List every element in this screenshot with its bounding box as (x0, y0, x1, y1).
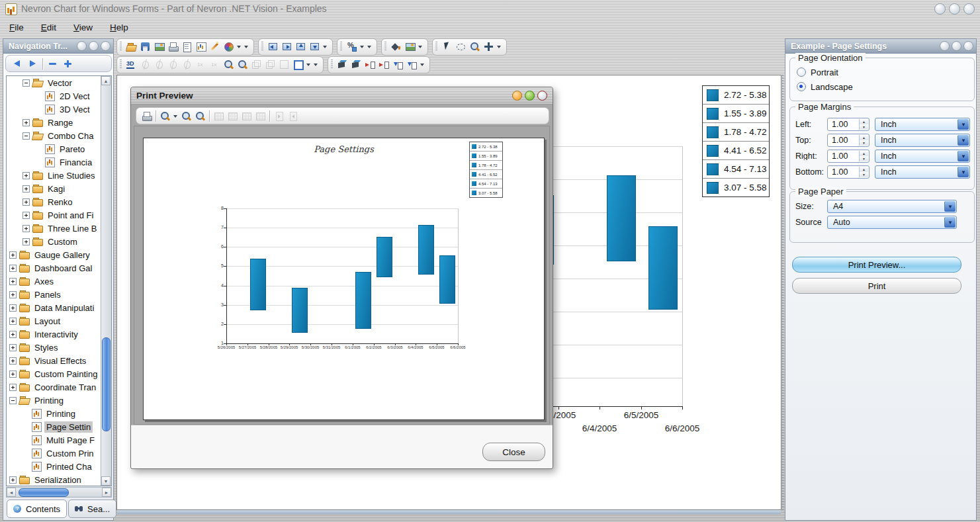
spinner-down-icon[interactable]: ▼ (860, 172, 868, 177)
scroll-up-button[interactable]: ▲ (101, 76, 111, 85)
image-button[interactable] (152, 40, 166, 54)
tree-item[interactable]: Layout (7, 314, 102, 327)
minus-button[interactable] (45, 57, 60, 71)
expander-plus-icon[interactable] (9, 318, 17, 325)
tree-item[interactable]: Point and Fi (7, 208, 102, 222)
tree-item[interactable]: Interactivity (7, 327, 102, 341)
radio-portrait[interactable] (797, 67, 806, 77)
expander-plus-icon[interactable] (22, 238, 30, 245)
dock-top-button[interactable] (294, 40, 308, 54)
zoom-in-button[interactable] (179, 109, 193, 123)
scale-button[interactable] (345, 40, 359, 54)
expander-minus-icon[interactable] (22, 79, 30, 87)
margin-value-spinner[interactable]: 1.00▲▼ (827, 134, 869, 147)
tree-item[interactable]: Three Line B (7, 222, 102, 235)
move-button[interactable] (482, 40, 496, 54)
minimize-button[interactable] (934, 3, 946, 15)
plus-button[interactable] (60, 57, 75, 71)
tree-horizontal-scrollbar[interactable]: ◄ ► (6, 487, 112, 498)
tree-item[interactable]: Line Studies (7, 169, 102, 182)
expander-plus-icon[interactable] (22, 225, 30, 232)
menu-view[interactable]: View (73, 22, 93, 32)
print-button[interactable] (166, 40, 180, 54)
dock-bottom-button[interactable] (308, 40, 322, 54)
gap-h1-button[interactable] (363, 58, 377, 71)
lasso-button[interactable] (454, 40, 468, 54)
dock-left-button[interactable] (266, 40, 280, 54)
spinner-down-icon[interactable]: ▼ (860, 124, 868, 130)
margin-value-spinner[interactable]: 1.00▲▼ (827, 165, 869, 179)
dropdown-button[interactable] (243, 40, 250, 54)
radio-landscape[interactable] (797, 82, 806, 91)
unit-combobox[interactable]: Auto▼ (827, 216, 957, 229)
tree-item[interactable]: Data Manipulati (7, 301, 102, 314)
menu-edit[interactable]: Edit (41, 22, 56, 32)
tree-item[interactable]: Printing (7, 394, 102, 407)
maximize-button[interactable] (949, 3, 960, 15)
tree-item[interactable]: Printed Cha (7, 460, 102, 473)
scroll-down-button[interactable]: ▼ (101, 476, 111, 486)
frame-blue-button[interactable] (291, 58, 305, 71)
tree-item[interactable]: Custom Prin (7, 447, 102, 460)
expander-plus-icon[interactable] (9, 251, 17, 259)
dialog-maximize-button[interactable] (525, 91, 535, 101)
dialog-close-icon[interactable] (537, 91, 547, 101)
tree-item[interactable]: Range (7, 116, 102, 129)
expander-plus-icon[interactable] (22, 198, 30, 206)
menu-file[interactable]: File (9, 22, 24, 32)
tab-contents[interactable]: Contents (7, 500, 67, 518)
tab-search[interactable]: Sea... (68, 500, 116, 518)
print-button[interactable]: Print (792, 278, 961, 294)
folder-open-button[interactable] (124, 40, 138, 54)
expander-plus-icon[interactable] (9, 370, 17, 378)
scrollbar-thumb[interactable] (19, 488, 69, 497)
tree-item[interactable]: Visual Effects (7, 354, 102, 367)
scroll-right-button[interactable]: ► (102, 488, 111, 497)
tree-item[interactable]: 3D Vect (7, 103, 102, 116)
close-button[interactable] (963, 3, 975, 15)
spinner-up-icon[interactable]: ▲ (860, 151, 868, 156)
expander-plus-icon[interactable] (9, 384, 17, 391)
dropdown-button[interactable] (366, 40, 373, 54)
tree-item[interactable]: Pareto (7, 142, 102, 155)
dropdown-button[interactable] (359, 40, 366, 54)
expander-minus-icon[interactable] (22, 132, 30, 140)
panel-splitter[interactable] (782, 75, 783, 510)
arrow-left-button[interactable] (10, 57, 25, 71)
expander-plus-icon[interactable] (9, 265, 17, 272)
expander-plus-icon[interactable] (22, 185, 30, 193)
gap-v1-button[interactable] (391, 58, 405, 71)
panel-button[interactable] (963, 41, 973, 51)
bucket-button[interactable] (389, 40, 403, 54)
spinner-down-icon[interactable]: ▼ (860, 140, 868, 146)
wall2-button[interactable] (349, 58, 363, 71)
close-button[interactable]: Close (482, 443, 545, 461)
tree-item[interactable]: Custom Painting (7, 367, 102, 380)
arrow-right-button[interactable] (25, 57, 40, 71)
unit-combobox[interactable]: A4▼ (827, 200, 957, 213)
dropdown-button[interactable] (322, 40, 329, 54)
dropdown-button[interactable] (419, 58, 426, 71)
zoom-out-button[interactable] (193, 109, 207, 123)
pen-button[interactable] (208, 40, 222, 54)
expander-plus-icon[interactable] (9, 331, 17, 338)
spinner-up-icon[interactable]: ▲ (860, 135, 868, 140)
unit-combobox[interactable]: Inch▼ (875, 150, 970, 163)
expander-plus-icon[interactable] (22, 119, 30, 126)
tree-item[interactable]: Renko (7, 195, 102, 208)
expander-plus-icon[interactable] (9, 304, 17, 312)
dropdown-button[interactable] (305, 58, 312, 71)
threed-button[interactable] (124, 58, 138, 71)
margin-value-spinner[interactable]: 1.00▲▼ (827, 150, 869, 163)
tree-item[interactable]: Vector (7, 76, 102, 89)
unit-combobox[interactable]: Inch▼ (875, 118, 970, 131)
chart-bars-button[interactable] (194, 40, 208, 54)
tree-item[interactable]: Kagi (7, 182, 102, 195)
zoom-out-button[interactable] (236, 58, 249, 71)
dialog-minimize-button[interactable] (512, 91, 522, 101)
print-preview-button[interactable]: Print Preview... (792, 257, 961, 273)
expander-plus-icon[interactable] (22, 172, 30, 179)
spinner-up-icon[interactable]: ▲ (860, 167, 868, 172)
wall-button[interactable] (335, 58, 349, 71)
zoomtool-button[interactable] (468, 40, 482, 54)
